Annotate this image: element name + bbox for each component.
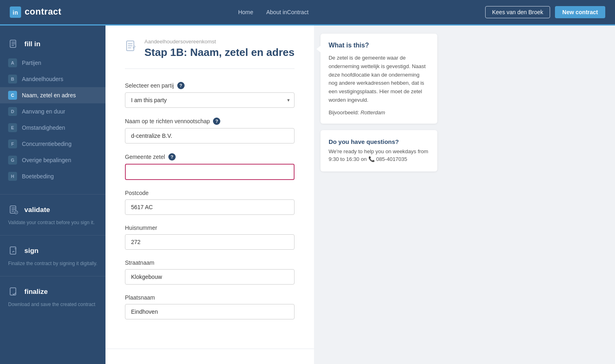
sign-doc-icon: in xyxy=(9,246,19,256)
party-label: Selecteer een partij ? xyxy=(125,82,295,89)
sidebar-item-aandeelhouders-label: Aandeelhouders xyxy=(22,76,63,82)
sidebar-item-omstandigheden[interactable]: E Omstandigheden xyxy=(0,120,105,136)
sign-sub-label: Finalize the contract by signing it digi… xyxy=(8,261,97,266)
sidebar-item-concurrentie[interactable]: F Concurrentiebeding xyxy=(0,136,105,152)
gemeente-label: Gemeente zetel ? xyxy=(125,153,295,161)
plaatsnaam-label: Plaatsnaam xyxy=(125,294,295,301)
naam-label: Naam op te richten vennootschap ? xyxy=(125,118,295,125)
step-header-text: Aandeelhoudersovereenkomst Stap 1B: Naam… xyxy=(144,39,295,59)
straatnaam-label-text: Straatnaam xyxy=(125,259,154,266)
sidebar-badge-h: H xyxy=(8,172,17,181)
validate-doc-icon xyxy=(9,205,19,215)
info-card: What is this? De zetel is de gemeente wa… xyxy=(320,34,437,124)
sidebar: fill in A Partijen B Aandeelhouders C Na… xyxy=(0,26,105,364)
plaatsnaam-input[interactable] xyxy=(125,304,295,319)
sidebar-item-naam-zetel[interactable]: C Naam, zetel en adres xyxy=(0,87,105,103)
postcode-label: Postcode xyxy=(125,190,295,196)
questions-title: Do you have questions? xyxy=(329,138,429,145)
info-card-example: Bijvoorbeeld: Rotterdam xyxy=(329,109,429,116)
sidebar-item-concurrentie-label: Concurrentiebeding xyxy=(22,141,71,147)
sidebar-sign-section: in sign Finalize the contract by signing… xyxy=(0,239,105,273)
sidebar-badge-g: G xyxy=(8,156,17,165)
huisnummer-form-group: Huisnummer xyxy=(125,225,295,250)
new-contract-button[interactable]: New contract xyxy=(555,6,605,18)
step-title: Stap 1B: Naam, zetel en adres xyxy=(144,46,295,59)
sidebar-finalize-section: finalize Download and save the created c… xyxy=(0,280,105,314)
tooltip-pointer xyxy=(316,46,320,52)
sidebar-item-partijen[interactable]: A Partijen xyxy=(0,55,105,71)
gemeente-help-icon[interactable]: ? xyxy=(168,153,176,161)
gemeente-input[interactable] xyxy=(125,164,295,180)
sidebar-badge-c: C xyxy=(8,91,17,100)
finalize-sub-label: Download and save the created contract xyxy=(8,302,97,307)
logo-text: in contract xyxy=(10,6,61,18)
user-button[interactable]: Kees van den Broek xyxy=(485,6,550,18)
gemeente-label-text: Gemeente zetel xyxy=(125,154,165,160)
party-select[interactable]: I am this party Other party xyxy=(125,92,295,108)
party-help-icon[interactable]: ? xyxy=(177,82,185,89)
nav-about[interactable]: About inContract xyxy=(266,9,308,15)
right-panel: What is this? De zetel is de gemeente wa… xyxy=(314,26,444,364)
logo-icon: in xyxy=(10,6,21,18)
sidebar-item-aanvang-label: Aanvang en duur xyxy=(22,108,65,115)
sidebar-badge-f: F xyxy=(8,139,17,148)
sidebar-badge-d: D xyxy=(8,107,17,116)
postcode-label-text: Postcode xyxy=(125,190,148,196)
header-underline xyxy=(0,24,615,26)
huisnummer-label: Huisnummer xyxy=(125,225,295,231)
document-icon xyxy=(9,39,19,49)
phone-number: 085-4017035 xyxy=(376,156,407,162)
validate-sub-label: Validate your contract before you sign i… xyxy=(8,220,97,225)
sidebar-fill-in-section: fill in A Partijen B Aandeelhouders C Na… xyxy=(0,35,105,184)
postcode-input[interactable] xyxy=(125,199,295,215)
sidebar-item-boete-label: Boetebeding xyxy=(22,173,54,180)
step-header: Aandeelhoudersovereenkomst Stap 1B: Naam… xyxy=(125,39,295,69)
postcode-form-group: Postcode xyxy=(125,190,295,215)
sign-label: sign xyxy=(24,247,39,255)
nav-home[interactable]: Home xyxy=(238,9,253,15)
straatnaam-label: Straatnaam xyxy=(125,259,295,266)
validate-label: validate xyxy=(24,206,50,214)
form-area: Selecteer een partij ? I am this party O… xyxy=(125,82,295,319)
party-label-text: Selecteer een partij xyxy=(125,82,174,89)
huisnummer-input[interactable] xyxy=(125,234,295,250)
finalize-icon xyxy=(8,286,19,298)
header-actions: Kees van den Broek New contract xyxy=(485,6,605,18)
naam-help-icon[interactable]: ? xyxy=(213,118,220,125)
sidebar-item-aanvang[interactable]: D Aanvang en duur xyxy=(0,103,105,120)
info-card-title: What is this? xyxy=(329,42,429,49)
phone-icon: 📞 xyxy=(368,156,376,162)
party-form-group: Selecteer een partij ? I am this party O… xyxy=(125,82,295,108)
page-body: Aandeelhoudersovereenkomst Stap 1B: Naam… xyxy=(105,26,444,364)
fill-in-label: fill in xyxy=(24,40,41,48)
step-subtitle: Aandeelhoudersovereenkomst xyxy=(144,39,295,45)
plaatsnaam-form-group: Plaatsnaam xyxy=(125,294,295,319)
finalize-label: finalize xyxy=(24,288,48,296)
sidebar-divider-3 xyxy=(0,276,105,276)
info-card-wrapper: What is this? De zetel is de gemeente wa… xyxy=(320,34,437,124)
sign-icon: in xyxy=(8,245,19,257)
finalize-header: finalize xyxy=(8,286,97,300)
sidebar-fill-in-header: fill in xyxy=(0,35,105,55)
content-area: Aandeelhoudersovereenkomst Stap 1B: Naam… xyxy=(105,26,314,349)
fill-in-icon xyxy=(8,39,19,50)
plaatsnaam-label-text: Plaatsnaam xyxy=(125,294,155,301)
sidebar-divider-1 xyxy=(0,194,105,195)
straatnaam-input[interactable] xyxy=(125,269,295,285)
sidebar-item-overige[interactable]: G Overige bepalingen xyxy=(0,152,105,168)
validate-header: validate xyxy=(8,204,97,218)
logo: in contract xyxy=(10,6,61,18)
svg-text:in: in xyxy=(15,247,17,250)
validate-icon xyxy=(8,204,19,216)
step-header-icon xyxy=(125,40,138,56)
sidebar-badge-e: E xyxy=(8,123,17,132)
finalize-doc-icon xyxy=(9,287,19,297)
layout: fill in A Partijen B Aandeelhouders C Na… xyxy=(0,26,615,364)
sidebar-item-aandeelhouders[interactable]: B Aandeelhouders xyxy=(0,71,105,87)
sidebar-item-overige-label: Overige bepalingen xyxy=(22,157,71,163)
naam-form-group: Naam op te richten vennootschap ? xyxy=(125,118,295,143)
naam-input[interactable] xyxy=(125,128,295,143)
huisnummer-label-text: Huisnummer xyxy=(125,225,157,231)
example-prefix: Bijvoorbeeld: xyxy=(329,109,361,116)
sidebar-item-boete[interactable]: H Boetebeding xyxy=(0,168,105,184)
